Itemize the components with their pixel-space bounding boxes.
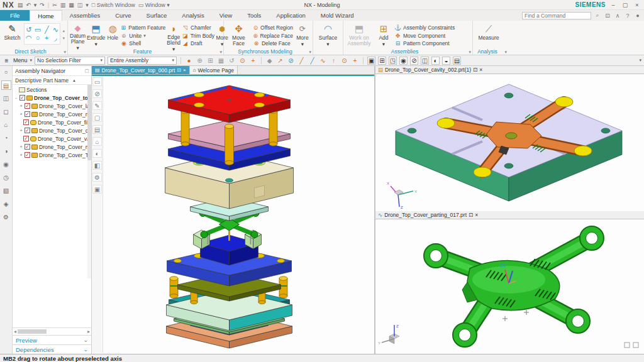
parting-viewport-tab[interactable]: ∿ Drone_Top_Cover_parting_017.prt ⊡ ×: [375, 211, 644, 219]
checkbox[interactable]: ✓: [25, 103, 30, 109]
toolbar-overflow-icon[interactable]: ▾: [639, 58, 641, 63]
scroll-down-icon[interactable]: ▾: [62, 36, 65, 41]
tree-item[interactable]: + ✓ Drone_Top_Cover_co...: [13, 126, 91, 134]
select-group-icon[interactable]: ⊞: [206, 57, 214, 64]
menu-button[interactable]: Menu: [13, 57, 28, 63]
window-tool-icon[interactable]: ▭: [92, 77, 102, 86]
pin-icon[interactable]: ⊡: [473, 67, 477, 73]
tab-home[interactable]: Home: [30, 10, 62, 21]
mold-tool-icon[interactable]: ▣: [92, 185, 102, 194]
tree-item[interactable]: + ✓ Drone_Top_Cover_mo...: [13, 143, 91, 151]
sketch-button[interactable]: ✎ Sketch: [2, 22, 23, 47]
edit-section-icon[interactable]: ▤: [453, 57, 461, 65]
hide-tool-icon[interactable]: ⊘: [92, 89, 102, 98]
draft-button[interactable]: ◢Draft: [182, 40, 214, 47]
shaded-view-icon[interactable]: ◐: [431, 57, 440, 65]
render-style-icon[interactable]: ◐: [92, 149, 102, 158]
hole-button[interactable]: ◍ Hole: [106, 22, 119, 47]
tab-surface[interactable]: Surface: [139, 10, 175, 21]
resource-roller-icon[interactable]: ○: [1, 67, 11, 77]
group-dialog-icon[interactable]: ▾: [504, 50, 507, 55]
tree-item[interactable]: ✓ Drone_Top_Cover_fill...: [13, 118, 91, 126]
search-icon[interactable]: ⌕: [594, 12, 601, 19]
window-style-icon[interactable]: ◫: [421, 57, 429, 65]
pin-icon[interactable]: ⊡: [469, 212, 473, 218]
profile-icon[interactable]: ↺: [26, 26, 31, 34]
checkbox[interactable]: ✓: [19, 95, 25, 101]
tree-item[interactable]: + ✓ Drone_Top_Cover_lay...: [13, 102, 91, 110]
paste-icon[interactable]: ▦: [69, 2, 74, 8]
hscroll-thumb[interactable]: [18, 329, 47, 334]
tab-curve[interactable]: Curve: [108, 10, 138, 21]
snap-point-icon[interactable]: ●: [185, 57, 193, 64]
cavity-part-canvas[interactable]: XYZ: [375, 74, 644, 211]
assembly-constraints-button[interactable]: ⚓Assembly Constraints: [394, 24, 455, 31]
close-tab-icon[interactable]: ×: [479, 67, 482, 73]
chamfer-button[interactable]: ◹Chamfer: [182, 24, 214, 31]
pin-icon[interactable]: ⊡: [177, 67, 181, 73]
dependencies-section[interactable]: Dependencies ⌄: [13, 344, 91, 354]
tree-item[interactable]: ✓ Drone_Top_Cover_var...: [13, 134, 91, 143]
part-navigator-icon[interactable]: ◻: [1, 107, 11, 116]
select-body-icon[interactable]: ▦: [217, 57, 225, 64]
undock-icon[interactable]: □: [86, 68, 89, 74]
sketch-shape-palette[interactable]: ↺▭╱∿ ◠○+◞: [24, 23, 61, 45]
delete-face-button[interactable]: ⊗Delete Face: [253, 40, 293, 47]
extrude-button[interactable]: ⬒ Extrude▾: [87, 22, 105, 47]
tree-hscrollbar[interactable]: ◂ ▸: [13, 327, 91, 335]
tab-analysis[interactable]: Analysis: [174, 10, 211, 21]
checkbox[interactable]: ✓: [25, 144, 30, 150]
group-dialog-icon[interactable]: ▾: [219, 50, 222, 55]
perspective-icon[interactable]: ⊘: [410, 57, 418, 65]
scroll-right-icon[interactable]: ▸: [87, 329, 90, 334]
unite-button[interactable]: ⊕Unite▾: [120, 32, 165, 40]
rotate-icon[interactable]: ◉: [399, 57, 408, 65]
checkbox[interactable]: ✓: [23, 119, 29, 125]
pan-icon[interactable]: ◳: [389, 57, 397, 65]
exploded-mold-assembly-canvas[interactable]: [103, 76, 374, 353]
circle-icon[interactable]: ○: [36, 34, 40, 42]
measure-button[interactable]: ⟋ Measure: [475, 22, 502, 47]
close-tab-icon[interactable]: ×: [475, 212, 478, 218]
constraint-navigator-icon[interactable]: ◫: [1, 94, 11, 103]
cavity-viewport-tab[interactable]: ▤ Drone_Top_Cover_cavity_002.prt(1) ⊡ ×: [375, 66, 644, 74]
checkbox[interactable]: ✓: [25, 152, 30, 158]
group-dialog-icon[interactable]: ▾: [469, 50, 471, 55]
offset-region-button[interactable]: ⊙Offset Region: [253, 24, 293, 31]
spline-icon[interactable]: ∿: [53, 26, 58, 34]
home-view-icon[interactable]: ⌂: [92, 137, 102, 146]
surface-button[interactable]: ◠ Surface▾: [315, 22, 341, 47]
process-studio-icon[interactable]: ◈: [1, 199, 11, 209]
tree-item-top-assembly[interactable]: - ✓ Drone_Top_Cover_top_...: [13, 94, 91, 102]
view-layout-icon[interactable]: ◫: [77, 2, 83, 8]
reuse-library-icon[interactable]: ⌂: [1, 120, 11, 129]
plane-icon[interactable]: ◆: [265, 57, 274, 64]
fullscreen-icon[interactable]: ⊡: [604, 13, 611, 19]
pattern-component-button[interactable]: ⊟Pattern Component: [394, 40, 455, 47]
pattern-feature-button[interactable]: ⊞Pattern Feature: [120, 24, 165, 31]
web-browser-icon[interactable]: ◑: [1, 146, 11, 156]
orient-view-icon[interactable]: ◒: [442, 57, 450, 65]
selection-scope-dropdown[interactable]: Entire Assembly▾: [108, 57, 177, 65]
switch-window-button[interactable]: □ Switch Window: [92, 2, 135, 8]
tab-application[interactable]: Application: [269, 10, 313, 21]
tab-view[interactable]: View: [212, 10, 240, 21]
line-icon[interactable]: ╱: [45, 26, 49, 34]
tab-mold-wizard[interactable]: Mold Wizard: [313, 10, 362, 21]
wcs-icon[interactable]: ⊙: [238, 57, 247, 64]
copy-icon[interactable]: ▥: [60, 2, 66, 8]
tab-tools[interactable]: Tools: [240, 10, 269, 21]
redo-icon[interactable]: ↷: [40, 2, 45, 8]
effects-tool-icon[interactable]: ✎: [92, 101, 102, 110]
checkbox[interactable]: ✓: [25, 111, 30, 117]
close-tab-icon[interactable]: ×: [183, 67, 186, 73]
move-component-button[interactable]: ✥Move Component: [394, 32, 455, 40]
section-tool-icon[interactable]: ◧: [92, 161, 102, 170]
settings-tool-icon[interactable]: ⚙: [92, 173, 102, 182]
checkbox[interactable]: ✓: [23, 136, 29, 141]
arc-icon[interactable]: ◠: [26, 34, 32, 42]
replace-face-button[interactable]: ⊛Replace Face: [253, 32, 293, 40]
group-dialog-icon[interactable]: ▾: [309, 50, 311, 55]
doc-tab-top-assembly[interactable]: ▤ Drone_Top_Cover_top_000.prt ⊡ ×: [92, 66, 190, 74]
dropdown-icon[interactable]: ▾: [86, 2, 89, 8]
